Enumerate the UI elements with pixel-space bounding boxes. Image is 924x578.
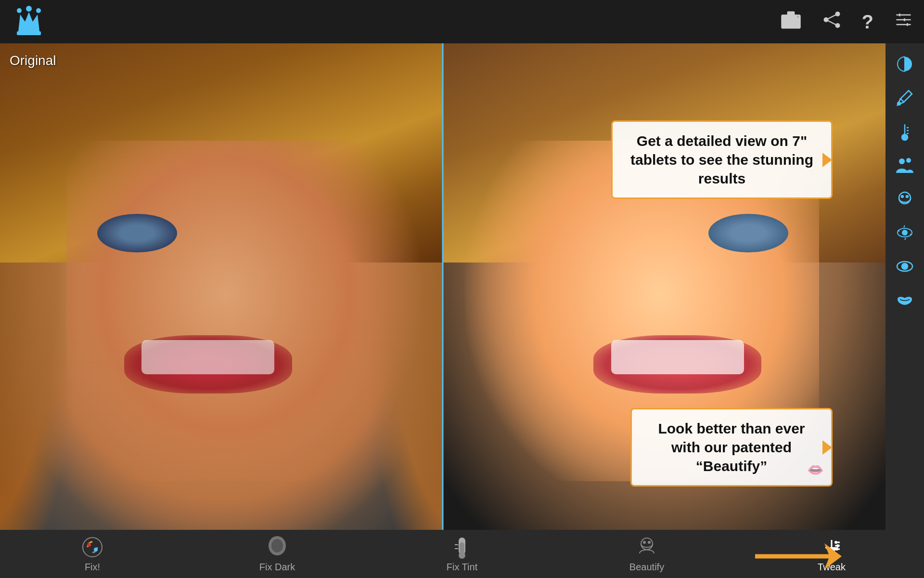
- lips-icon: 👄: [807, 462, 824, 478]
- svg-point-26: [899, 158, 905, 164]
- svg-point-40: [83, 538, 102, 557]
- fix-dark-label: Fix Dark: [259, 562, 295, 573]
- svg-line-36: [910, 234, 912, 235]
- tooltip-tablets-text: Get a detailed view on 7" tablets to see…: [625, 131, 819, 188]
- tooltip-arrow-2: [822, 440, 832, 455]
- fix-tint-label: Fix Tint: [447, 562, 477, 573]
- fix-dark-tool[interactable]: Fix Dark: [185, 530, 370, 578]
- sidebar-people-icon[interactable]: [889, 149, 921, 181]
- arrow-indicator: [741, 535, 828, 573]
- svg-point-29: [901, 196, 903, 197]
- svg-line-34: [905, 238, 906, 240]
- svg-point-0: [26, 6, 32, 12]
- camera-button[interactable]: [780, 10, 802, 34]
- sidebar-dropper-icon[interactable]: [889, 82, 921, 113]
- top-icons: ?: [780, 10, 914, 34]
- svg-point-51: [643, 541, 645, 543]
- top-bar: ?: [0, 0, 924, 43]
- svg-point-52: [648, 541, 650, 543]
- svg-point-20: [898, 102, 900, 105]
- svg-rect-46: [460, 542, 464, 553]
- tooltip-arrow-1: [822, 153, 832, 167]
- svg-point-8: [796, 15, 799, 18]
- original-label: Original: [10, 53, 56, 68]
- settings-button[interactable]: [893, 10, 914, 34]
- sidebar-temperature-icon[interactable]: [889, 116, 921, 147]
- svg-point-44: [271, 539, 283, 552]
- svg-point-32: [902, 230, 907, 235]
- svg-point-6: [788, 19, 793, 24]
- svg-point-30: [906, 196, 908, 197]
- tooltip-beautify: Look better than ever with our patented …: [630, 408, 833, 486]
- svg-rect-7: [787, 11, 795, 15]
- svg-marker-59: [755, 543, 842, 569]
- svg-point-22: [902, 134, 908, 140]
- svg-line-33: [904, 225, 905, 227]
- sidebar-face-icon[interactable]: [889, 183, 921, 214]
- svg-line-13: [826, 20, 837, 26]
- app-logo[interactable]: [10, 2, 48, 41]
- svg-line-35: [898, 231, 899, 231]
- main-image-area: Original Get a detailed view on 7" table…: [0, 43, 886, 530]
- sidebar-eye-rays-icon[interactable]: [889, 217, 921, 248]
- svg-point-49: [459, 552, 465, 559]
- svg-point-2: [36, 8, 41, 13]
- beautify-tool[interactable]: Beautify: [554, 530, 739, 578]
- svg-point-41: [87, 543, 91, 547]
- beautify-label: Beautify: [629, 562, 664, 573]
- fix-tool[interactable]: Fix!: [0, 530, 185, 578]
- original-image: [0, 43, 443, 530]
- sidebar-lips-icon[interactable]: [889, 284, 921, 315]
- right-sidebar: [886, 43, 924, 530]
- fix-label: Fix!: [85, 562, 100, 573]
- split-divider: [442, 43, 444, 530]
- fix-tint-tool[interactable]: Fix Tint: [370, 530, 554, 578]
- sidebar-eye-icon[interactable]: [889, 250, 921, 282]
- tooltip-beautify-text: Look better than ever with our patented …: [644, 419, 819, 475]
- svg-point-42: [94, 548, 98, 552]
- sidebar-split-icon[interactable]: [889, 48, 921, 79]
- bottom-toolbar: Fix! Fix Dark Fix Tint Beautify: [0, 530, 924, 578]
- svg-point-27: [906, 158, 911, 163]
- help-button[interactable]: ?: [862, 11, 873, 33]
- svg-point-1: [17, 8, 22, 13]
- tooltip-tablets: Get a detailed view on 7" tablets to see…: [611, 120, 833, 199]
- svg-rect-3: [17, 31, 41, 35]
- svg-point-39: [905, 264, 907, 266]
- share-button[interactable]: [821, 10, 843, 34]
- svg-line-12: [826, 14, 837, 20]
